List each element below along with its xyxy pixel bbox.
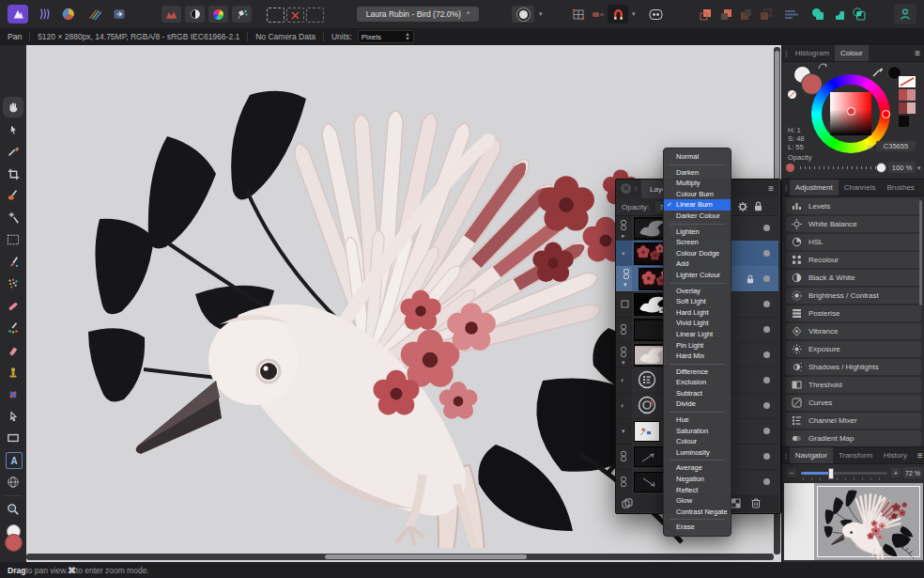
menu-item-lighten[interactable]: Lighten <box>664 227 731 238</box>
develop-persona-icon[interactable] <box>58 5 79 23</box>
layer-visibility-toggle[interactable] <box>763 250 770 257</box>
tab-histogram[interactable]: Histogram <box>790 45 835 61</box>
menu-item-reflect[interactable]: Reflect <box>664 485 731 496</box>
close-icon[interactable]: ✕ <box>621 183 631 194</box>
menu-item-average[interactable]: Average <box>664 462 731 474</box>
horizontal-scrollbar[interactable] <box>26 554 774 560</box>
menu-item-saturation[interactable]: Saturation <box>664 426 731 437</box>
menu-item-luminosity[interactable]: Luminosity <box>664 447 731 459</box>
tab-transform[interactable]: Transform <box>833 447 878 463</box>
opacity-value[interactable]: 100 % <box>888 162 916 173</box>
lock-icon[interactable] <box>747 274 754 284</box>
chevron-down-icon[interactable]: ▾ <box>622 428 625 434</box>
link-icon[interactable] <box>620 324 627 335</box>
arrange-to-back-icon[interactable] <box>757 6 774 23</box>
selection-refine-icon[interactable] <box>306 8 324 23</box>
tab-history[interactable]: History <box>878 447 913 463</box>
menu-item-negation[interactable]: Negation <box>664 474 731 485</box>
menu-item-normal[interactable]: Normal <box>664 151 731 163</box>
menu-item-exclusion[interactable]: Exclusion <box>664 377 731 388</box>
foreground-colour-swatch[interactable] <box>5 534 23 552</box>
adjustment-shadows-highlights[interactable]: Shadows / Highlights <box>786 359 921 375</box>
menu-item-soft-light[interactable]: Soft Light <box>664 296 731 307</box>
layer-visibility-toggle[interactable] <box>763 326 770 333</box>
layer-visibility-toggle[interactable] <box>763 377 770 383</box>
swatch-none[interactable] <box>899 76 916 87</box>
menu-item-hue[interactable]: Hue <box>664 414 731 426</box>
tone-mapping-persona-icon[interactable] <box>85 5 105 23</box>
units-select[interactable]: Pixels ▲▼ <box>358 30 414 43</box>
layer-thumbnail[interactable] <box>634 421 660 442</box>
export-persona-icon[interactable] <box>109 5 130 23</box>
menu-item-vivid-light[interactable]: Vivid Light <box>664 318 731 329</box>
chevron-down-icon[interactable]: ▾ <box>624 281 627 288</box>
menu-item-hard-light[interactable]: Hard Light <box>664 307 731 319</box>
checkbox-icon[interactable] <box>621 300 629 308</box>
snapping-presets-icon[interactable] <box>591 8 606 21</box>
adjustment-hsl[interactable]: HSL <box>786 234 921 250</box>
menu-item-linear-light[interactable]: Linear Light <box>664 329 731 340</box>
menu-item-colour-dodge[interactable]: Colour Dodge <box>664 248 731 259</box>
link-icon[interactable] <box>620 451 627 461</box>
menu-item-subtract[interactable]: Subtract <box>664 388 731 399</box>
navigator-preview[interactable] <box>784 483 923 560</box>
menu-item-add[interactable]: Add <box>664 258 731 270</box>
adjustment-white-balance[interactable]: White Balance <box>786 216 921 232</box>
colour-picker-icon[interactable] <box>872 66 884 77</box>
geometry-intersect-icon[interactable] <box>850 5 869 23</box>
layer-visibility-toggle[interactable] <box>763 478 770 485</box>
swatch-pink[interactable] <box>907 102 916 114</box>
panel-drag-handle[interactable]: || <box>782 452 790 459</box>
chevron-down-icon[interactable]: ▾ <box>917 164 921 172</box>
tab-adjustment[interactable]: Adjustment <box>790 180 839 195</box>
link-icon[interactable] <box>623 269 630 279</box>
panel-drag-handle[interactable]: || <box>635 185 636 191</box>
menu-item-multiply[interactable]: Multiply <box>664 178 731 189</box>
menu-item-linear-burn[interactable]: ✓Linear Burn <box>664 199 731 211</box>
link-icon[interactable] <box>620 476 627 487</box>
menu-item-colour-burn[interactable]: Colour Burn <box>664 189 731 200</box>
menu-item-colour[interactable]: Colour <box>664 436 731 447</box>
menu-item-glow[interactable]: Glow <box>664 495 731 507</box>
chevron-down-icon[interactable]: ▾ <box>622 250 625 257</box>
layer-visibility-toggle[interactable] <box>763 301 770 307</box>
panel-menu-icon[interactable]: ≡ <box>910 48 924 58</box>
panel-drag-handle[interactable]: || <box>782 50 790 56</box>
colour-picker-tool-icon[interactable] <box>6 144 21 159</box>
swatch-rose[interactable] <box>907 89 916 101</box>
node-tool-icon[interactable] <box>6 409 21 424</box>
move-tool-icon[interactable] <box>6 122 21 137</box>
horizontal-scroll-thumb[interactable] <box>325 555 527 559</box>
erase-brush-tool-icon[interactable] <box>6 343 21 358</box>
menu-item-overlay[interactable]: Overlay <box>664 286 731 297</box>
selection-brush-tool-icon[interactable] <box>6 188 21 203</box>
layer-visibility-toggle[interactable] <box>763 225 770 231</box>
tab-brushes[interactable]: Brushes <box>881 180 919 195</box>
menu-item-screen[interactable]: Screen <box>664 237 731 248</box>
gear-icon[interactable] <box>737 201 748 212</box>
swatch-black[interactable] <box>899 116 909 127</box>
link-icon[interactable] <box>620 220 627 230</box>
panel-menu-icon[interactable]: ≡ <box>913 450 924 461</box>
panel-menu-icon[interactable]: ≡ <box>768 183 774 194</box>
menu-item-difference[interactable]: Difference <box>664 367 731 378</box>
chevron-down-icon[interactable]: ▾ <box>622 359 625 366</box>
menu-item-darker-colour[interactable]: Darker Colour <box>664 211 731 222</box>
snapping-magnet-button[interactable] <box>608 5 628 23</box>
swatch-dark-red[interactable] <box>899 102 907 114</box>
assistant-icon[interactable] <box>646 5 665 23</box>
adjustment-recolour[interactable]: Recolour <box>786 252 921 268</box>
auto-white-balance-icon[interactable] <box>232 6 252 23</box>
opacity-slider[interactable] <box>800 166 879 169</box>
auto-contrast-icon[interactable] <box>185 6 205 23</box>
tab-colour[interactable]: Colour <box>835 45 869 61</box>
layer-visibility-toggle[interactable] <box>763 402 770 409</box>
chevron-down-icon[interactable]: ▾ <box>539 10 543 18</box>
chevron-right-icon[interactable]: ▸ <box>622 232 625 239</box>
rectangle-tool-icon[interactable] <box>6 430 21 445</box>
layer-thumbnail[interactable] <box>634 446 664 467</box>
arrange-backward-icon[interactable] <box>737 6 754 23</box>
photo-persona-icon[interactable] <box>8 5 28 23</box>
menu-item-erase[interactable]: Erase <box>664 522 731 533</box>
no-colour-swatch[interactable] <box>788 90 796 99</box>
